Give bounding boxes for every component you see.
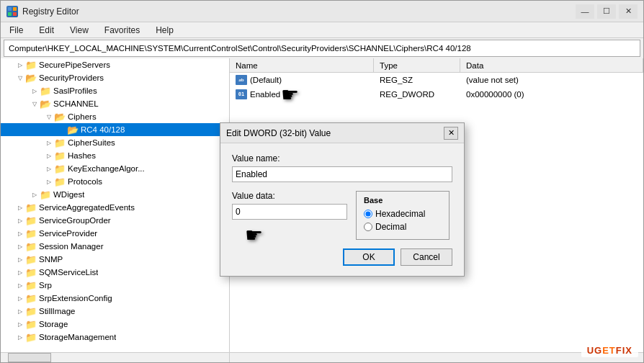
tree-item-protocols[interactable]: ▷ 📁 Protocols	[1, 175, 229, 188]
dialog-title: Edit DWORD (32-bit) Value	[226, 128, 444, 138]
menu-help[interactable]: Help	[151, 24, 178, 37]
svg-rect-0	[8, 7, 12, 11]
address-bar[interactable]: Computer\HKEY_LOCAL_MACHINE\SYSTEM\Curre…	[4, 40, 640, 57]
folder-icon: 📁	[25, 60, 37, 70]
logo-fix: FIX	[616, 345, 632, 356]
registry-row-enabled[interactable]: 01 Enabled REG_DWORD 0x00000000 (0)	[230, 87, 643, 102]
value-name-label: Value name:	[232, 153, 452, 163]
tree-item-schannel[interactable]: ▽ 📂 SCHANNEL	[1, 97, 229, 110]
dialog-buttons: OK Cancel	[232, 248, 452, 266]
decimal-radio[interactable]	[364, 223, 372, 231]
decimal-label: Decimal	[375, 222, 406, 232]
folder-icon: 📁	[25, 215, 37, 225]
tree-item-srpextensionconfig[interactable]: ▷ 📁 SrpExtensionConfig	[1, 292, 229, 305]
registry-row-default[interactable]: ab (Default) REG_SZ (value not set)	[230, 73, 643, 87]
tree-item-saslprofiles[interactable]: ▷ 📁 SaslProfiles	[1, 84, 229, 97]
expand-icon: ▷	[15, 241, 25, 251]
folder-icon: 📁	[25, 254, 37, 264]
tree-item-storage[interactable]: ▷ 📁 Storage	[1, 318, 229, 331]
expand-icon: ▷	[15, 60, 25, 70]
menu-file[interactable]: File	[5, 24, 27, 37]
window-title: Registry Editor	[22, 6, 576, 17]
expand-icon: ▷	[15, 319, 25, 329]
tree-item-securepipeservers[interactable]: ▷ 📁 SecurePipeServers	[1, 58, 229, 71]
folder-icon: 📂	[40, 99, 51, 109]
col-header-name[interactable]: Name	[230, 58, 374, 72]
base-group: Base Hexadecimal Decimal	[356, 191, 450, 240]
tree-label: WDigest	[53, 190, 84, 199]
expand-icon: ▷	[44, 176, 54, 187]
reg-type-default: REG_SZ	[374, 76, 460, 84]
tree-scroll[interactable]: ▷ 📁 SecurePipeServers ▽ 📂 SecurityProvid…	[1, 58, 229, 352]
menu-favorites[interactable]: Favorites	[100, 24, 144, 37]
value-name-input[interactable]	[232, 166, 452, 182]
decimal-radio-row: Decimal	[364, 222, 442, 232]
tree-label: StillImage	[39, 307, 76, 315]
reg-type-enabled: REG_DWORD	[374, 90, 460, 99]
tree-label: Srp	[39, 281, 52, 290]
tree-label: SecurePipeServers	[39, 60, 110, 69]
tree-item-sqmservicelist[interactable]: ▷ 📁 SQMServiceList	[1, 266, 229, 279]
tree-horizontal-scrollbar[interactable]	[1, 352, 229, 362]
title-bar: Registry Editor — ☐ ✕	[1, 1, 643, 22]
tree-item-servicegrouporder[interactable]: ▷ 📁 ServiceGroupOrder	[1, 214, 229, 227]
tree-item-wdigest[interactable]: ▷ 📁 WDigest	[1, 188, 229, 201]
tree-label: SecurityProviders	[39, 73, 104, 82]
folder-icon: 📁	[25, 228, 37, 238]
tree-panel: ▷ 📁 SecurePipeServers ▽ 📂 SecurityProvid…	[1, 58, 230, 362]
expand-icon: ▷	[15, 332, 25, 342]
tree-item-srp[interactable]: ▷ 📁 Srp	[1, 279, 229, 292]
expand-icon: ▷	[44, 138, 54, 148]
value-data-label: Value data:	[232, 191, 347, 201]
tree-item-keyexchange[interactable]: ▷ 📁 KeyExchangeAlgor...	[1, 162, 229, 175]
tree-item-sessionmanager[interactable]: ▷ 📁 Session Manager	[1, 240, 229, 253]
expand-icon: ▷	[15, 215, 25, 225]
hexadecimal-radio[interactable]	[364, 210, 372, 218]
expand-icon: ▷	[15, 267, 25, 277]
tree-label: ServiceProvider	[39, 229, 97, 238]
edit-dword-dialog: Edit DWORD (32-bit) Value ✕ Value name: …	[220, 122, 465, 277]
reg-name-default: (Default)	[250, 76, 282, 84]
tree-label: SCHANNEL	[53, 99, 99, 108]
folder-icon: 📁	[25, 267, 37, 277]
hexadecimal-radio-row: Hexadecimal	[364, 209, 442, 219]
app-icon	[6, 6, 18, 17]
menu-view[interactable]: View	[66, 24, 93, 37]
expand-icon: ▷	[15, 280, 25, 290]
tree-label: RC4 40/128	[81, 125, 125, 134]
tree-item-serviceaggregated[interactable]: ▷ 📁 ServiceAggregatedEvents	[1, 201, 229, 214]
base-label: Base	[364, 196, 442, 205]
tree-item-snmp[interactable]: ▷ 📁 SNMP	[1, 253, 229, 266]
value-data-input[interactable]	[232, 204, 347, 220]
expand-icon: ▽	[44, 112, 54, 122]
ok-button[interactable]: OK	[343, 248, 395, 266]
expand-icon: ▷	[15, 228, 25, 238]
menu-edit[interactable]: Edit	[35, 24, 58, 37]
reg-data-default: (value not set)	[460, 76, 643, 84]
folder-icon: 📁	[25, 306, 37, 316]
tree-item-ciphersuites[interactable]: ▷ 📁 CipherSuites	[1, 136, 229, 149]
tree-item-hashes[interactable]: ▷ 📁 Hashes	[1, 149, 229, 162]
tree-label: KeyExchangeAlgor...	[68, 164, 145, 173]
tree-item-ciphers[interactable]: ▽ 📂 Ciphers	[1, 110, 229, 123]
folder-icon: 📁	[54, 138, 66, 148]
maximize-button[interactable]: ☐	[597, 4, 616, 19]
expand-icon: ▷	[15, 254, 25, 264]
logo-ug: UG	[587, 345, 603, 356]
reg-name-enabled: Enabled	[250, 90, 280, 99]
svg-rect-3	[13, 12, 17, 16]
tree-item-securityproviders[interactable]: ▽ 📂 SecurityProviders	[1, 71, 229, 84]
tree-item-rc4[interactable]: 📂 RC4 40/128	[1, 123, 229, 136]
expand-icon: ▷	[30, 86, 40, 96]
tree-item-stillimage[interactable]: ▷ 📁 StillImage	[1, 305, 229, 318]
col-header-type[interactable]: Type	[374, 58, 460, 72]
value-data-group: Value data:	[232, 191, 347, 240]
expand-icon: ▷	[15, 306, 25, 316]
tree-item-storagemanagement[interactable]: ▷ 📁 StorageManagement	[1, 331, 229, 344]
tree-item-serviceprovider[interactable]: ▷ 📁 ServiceProvider	[1, 227, 229, 240]
minimize-button[interactable]: —	[576, 4, 594, 19]
close-button[interactable]: ✕	[619, 4, 638, 19]
dialog-close-button[interactable]: ✕	[444, 127, 458, 140]
cancel-button[interactable]: Cancel	[401, 248, 452, 266]
col-header-data[interactable]: Data	[460, 58, 643, 72]
